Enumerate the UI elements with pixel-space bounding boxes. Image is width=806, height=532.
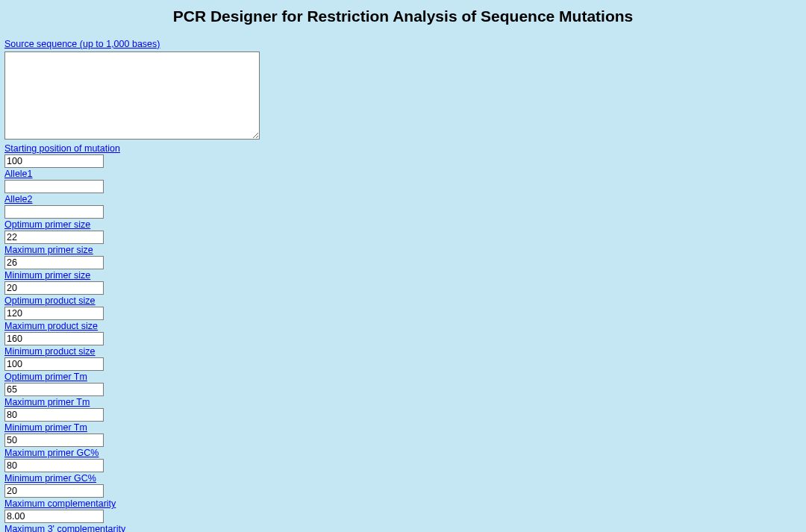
label-max-product-size[interactable]: Maximum product size [4,321,806,332]
input-source-sequence[interactable] [4,51,260,140]
field-min-primer-gc: Minimum primer GC% [4,473,806,498]
field-source-sequence: Source sequence (up to 1,000 bases) [4,39,806,143]
field-opt-product-size: Optimum product size [4,295,806,320]
label-min-primer-tm[interactable]: Minimum primer Tm [4,422,806,434]
label-max-complement[interactable]: Maximum complementarity [4,498,806,510]
field-max-product-size: Maximum product size [4,321,806,345]
field-min-primer-size: Minimum primer size [4,270,806,295]
label-min-primer-size[interactable]: Minimum primer size [4,270,806,281]
input-min-primer-tm[interactable] [4,434,104,447]
field-allele1: Allele1 [4,169,806,193]
input-opt-product-size[interactable] [4,307,104,320]
label-allele1[interactable]: Allele1 [4,169,806,180]
label-max-primer-tm[interactable]: Maximum primer Tm [4,397,806,408]
field-max-primer-gc: Maximum primer GC% [4,448,806,472]
field-max-3-complement: Maximum 3' complementarity [4,524,806,532]
input-max-primer-gc[interactable] [4,459,104,472]
field-allele2: Allele2 [4,194,806,219]
input-allele2[interactable] [4,205,104,219]
input-opt-primer-tm[interactable] [4,383,104,396]
page-header: PCR Designer for Restriction Analysis of… [0,0,806,39]
label-min-product-size[interactable]: Minimum product size [4,346,806,357]
page-title: PCR Designer for Restriction Analysis of… [0,7,806,25]
input-max-product-size[interactable] [4,332,104,345]
input-max-primer-tm[interactable] [4,408,104,422]
input-min-product-size[interactable] [4,357,104,371]
field-max-primer-size: Maximum primer size [4,245,806,269]
input-min-primer-size[interactable] [4,281,104,295]
field-start-pos: Starting position of mutation [4,143,806,168]
label-max-primer-size[interactable]: Maximum primer size [4,245,806,256]
input-start-pos[interactable] [4,154,104,168]
input-opt-primer-size[interactable] [4,231,104,244]
label-allele2[interactable]: Allele2 [4,194,806,205]
field-opt-primer-size: Optimum primer size [4,219,806,244]
field-min-product-size: Minimum product size [4,346,806,371]
label-opt-product-size[interactable]: Optimum product size [4,295,806,307]
label-source-sequence[interactable]: Source sequence (up to 1,000 bases) [4,39,806,50]
label-max-primer-gc[interactable]: Maximum primer GC% [4,448,806,459]
label-opt-primer-size[interactable]: Optimum primer size [4,219,806,231]
input-min-primer-gc[interactable] [4,484,104,498]
label-max-3-complement[interactable]: Maximum 3' complementarity [4,524,806,532]
field-max-primer-tm: Maximum primer Tm [4,397,806,422]
label-start-pos[interactable]: Starting position of mutation [4,143,806,154]
field-opt-primer-tm: Optimum primer Tm [4,372,806,396]
label-opt-primer-tm[interactable]: Optimum primer Tm [4,372,806,383]
field-max-complement: Maximum complementarity [4,498,806,523]
input-max-complement[interactable] [4,510,104,523]
input-max-primer-size[interactable] [4,256,104,269]
label-min-primer-gc[interactable]: Minimum primer GC% [4,473,806,484]
input-allele1[interactable] [4,180,104,193]
form-area: Source sequence (up to 1,000 bases) Star… [0,39,806,532]
field-min-primer-tm: Minimum primer Tm [4,422,806,447]
